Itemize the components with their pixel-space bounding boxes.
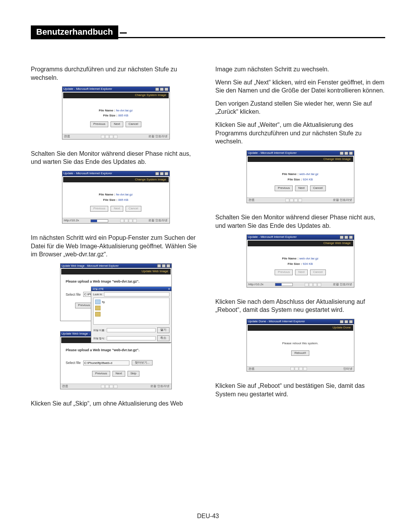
cancel-button[interactable]: Cancel bbox=[126, 121, 141, 127]
reboot-button[interactable]: Reboot!! bbox=[291, 350, 309, 356]
file-name: fw-dvr.tar.gz bbox=[116, 109, 133, 112]
cancel-button: Cancel bbox=[126, 206, 141, 212]
window-title: Update - Microsoft Internet Explorer bbox=[64, 87, 112, 91]
select-file-label: Select file bbox=[66, 292, 81, 297]
upload-prompt: Please upload a Web Image "web-dvr.tar.g… bbox=[66, 279, 166, 284]
fig-change-system-1: Update - Microsoft Internet Explorer Cha… bbox=[62, 86, 170, 139]
previous-button: Previous bbox=[90, 206, 108, 212]
reboot-message: Please reboot this system. bbox=[282, 342, 319, 346]
left-p3: Im nächsten Schritt wird ein Popup-Fenst… bbox=[31, 234, 201, 259]
fig-change-web-1: Update - Microsoft Internet Explorer Cha… bbox=[247, 150, 354, 203]
page-title: Benutzerhandbuch bbox=[36, 27, 113, 37]
file-open-dialog: 파일 선택✕ Look in: ftp 파일 이름:열기 파일 형식:취소 bbox=[91, 286, 172, 343]
select-file-input[interactable] bbox=[83, 360, 129, 365]
folder-icon bbox=[95, 312, 101, 317]
fig-change-system-2: Update - Microsoft Internet Explorer Cha… bbox=[62, 171, 170, 224]
left-column: Programms durchzuführen und zur nächsten… bbox=[31, 65, 201, 412]
left-p4: Klicken Sie auf „Skip“, um ohne Aktualis… bbox=[31, 399, 201, 408]
cancel-button[interactable]: 취소 bbox=[157, 335, 169, 341]
page-number: DEU-43 bbox=[0, 513, 416, 520]
file-size: 865 KB bbox=[118, 114, 128, 117]
next-button[interactable]: Next bbox=[111, 121, 123, 127]
right-column: Image zum nächsten Schritt zu wechseln. … bbox=[215, 65, 385, 412]
left-p2: Schalten Sie den Monitor während dieser … bbox=[31, 150, 201, 166]
header-rule bbox=[31, 37, 385, 38]
status-zone: 로컬 인트라넷 bbox=[148, 135, 168, 139]
open-button[interactable]: 열기 bbox=[157, 327, 169, 333]
window-banner: Change System Image bbox=[63, 93, 169, 98]
left-p1: Programms durchzuführen und zur nächsten… bbox=[31, 65, 201, 82]
status-done: 완료 bbox=[64, 135, 70, 139]
lookin-combo[interactable] bbox=[104, 292, 169, 296]
window-titlebar: Update - Microsoft Internet Explorer bbox=[62, 171, 169, 176]
window-controls[interactable] bbox=[155, 88, 168, 91]
close-icon[interactable]: ✕ bbox=[168, 287, 170, 291]
file-list-pane[interactable]: ftp bbox=[93, 298, 169, 325]
fig-change-web-2: Update - Microsoft Internet Explorer Cha… bbox=[247, 234, 354, 287]
fig-update-done: Update Done - Microsoft Internet Explore… bbox=[247, 319, 354, 372]
fig-upload-filedialog: Update Web Image - Microsoft Internet Ex… bbox=[60, 263, 172, 321]
next-button: Next bbox=[111, 206, 123, 212]
folder-icon bbox=[95, 300, 101, 304]
folder-icon bbox=[95, 306, 101, 310]
window-titlebar: Update - Microsoft Internet Explorer bbox=[62, 87, 169, 92]
previous-button[interactable]: Previous bbox=[90, 121, 108, 127]
